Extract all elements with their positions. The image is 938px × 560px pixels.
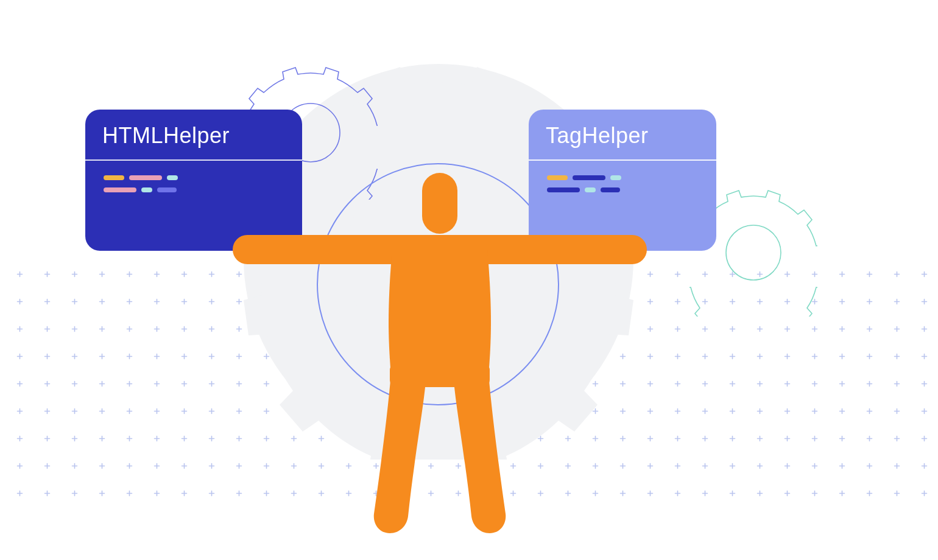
svg-rect-3 — [390, 363, 490, 387]
code-bar — [167, 175, 178, 180]
code-bar — [104, 187, 136, 192]
code-bar — [157, 187, 177, 192]
card-htmlhelper-title: HTMLHelper — [85, 110, 302, 161]
code-bar — [141, 187, 152, 192]
code-bar — [129, 175, 162, 180]
accessibility-person-icon — [233, 168, 647, 545]
code-bar — [104, 175, 124, 180]
svg-rect-1 — [422, 173, 457, 234]
diagram-stage: HTMLHelper TagHelper — [0, 0, 938, 560]
card-taghelper-title: TagHelper — [529, 110, 716, 161]
